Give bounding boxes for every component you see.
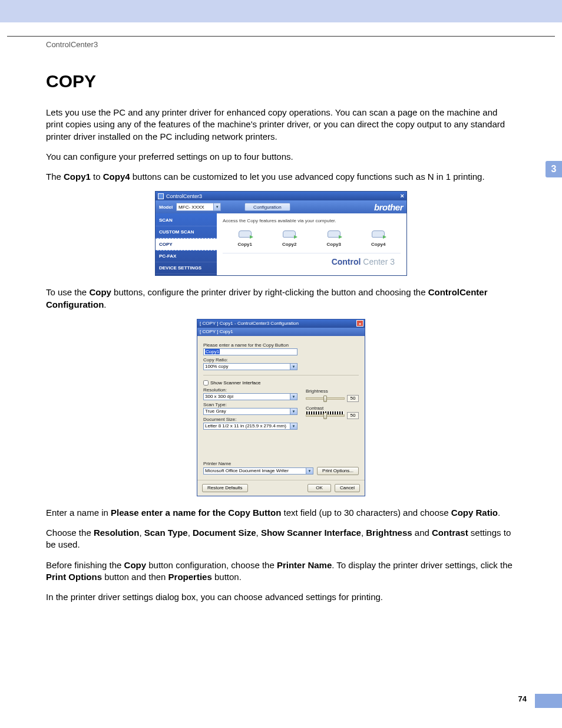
para-4: To use the Copy buttons, configure the p… [46,286,516,311]
chevron-down-icon: ▼ [290,394,297,400]
model-label: Model [159,205,173,210]
configuration-button[interactable]: Configuration [244,203,290,211]
cc-titlebar[interactable]: ControlCenter3 × [156,192,406,200]
page-number-bar [535,694,562,708]
page-number: 74 [518,694,527,703]
restore-defaults-button[interactable]: Restore Defaults [202,484,248,492]
close-icon[interactable]: × [356,320,363,327]
para-2: You can configure your preferred setting… [46,151,516,163]
close-icon[interactable]: × [401,192,404,199]
scanner-icon [237,228,253,240]
scan-type-select[interactable]: True Gray▼ [203,408,297,415]
sidebar-item-copy[interactable]: COPY [156,238,217,251]
brightness-slider[interactable] [306,397,345,400]
app-icon [158,193,164,199]
cc-footer-brand: Control Center 3 [223,253,401,271]
para-5: Enter a name in Please enter a name for … [46,507,516,519]
config-dialog: [ COPY ] Copy1 - ControlCenter3 Configur… [197,319,365,496]
doc-size-select[interactable]: Letter 8 1/2 x 11 in (215.9 x 279.4 mm)▼ [203,423,297,430]
sidebar-item-custom-scan[interactable]: CUSTOM SCAN [156,226,217,238]
sidebar-item-device-settings[interactable]: DEVICE SETTINGS [156,262,217,274]
scanner-icon [282,228,297,240]
cc-toolbar: Model MFC- XXXX ▼ Configuration brother [156,200,406,213]
cc-hint: Access the Copy features available via y… [223,218,401,223]
contrast-label: Contrast [306,406,359,411]
para-6: Choose the Resolution, Scan Type, Docume… [46,527,516,551]
chevron-down-icon: ▼ [213,203,220,210]
ratio-select[interactable]: 100% copy▼ [203,363,297,370]
header-crumb: ControlCenter3 [46,40,562,49]
brightness-value: 50 [347,395,359,402]
show-scanner-checkbox[interactable]: Show Scanner Interface [203,380,297,386]
model-select[interactable]: MFC- XXXX ▼ [176,203,221,211]
res-label: Resolution: [203,387,297,393]
type-label: Scan Type: [203,402,297,407]
chevron-down-icon: ▼ [290,364,297,370]
para-1: Lets you use the PC and any printer driv… [46,107,516,143]
name-input[interactable]: Copy1 [203,348,297,355]
ok-button[interactable]: OK [308,484,331,492]
resolution-select[interactable]: 300 x 300 dpi▼ [203,393,297,400]
copy2-button[interactable]: Copy2 [282,228,297,247]
cc-sidebar: SCAN CUSTOM SCAN COPY PC-FAX DEVICE SETT… [156,213,217,275]
chapter-tab: 3 [546,161,562,177]
para-7: Before finishing the Copy button configu… [46,559,516,584]
cancel-button[interactable]: Cancel [335,484,360,492]
name-label: Please enter a name for the Copy Button [203,342,359,348]
cc-title-text: ControlCenter3 [166,193,202,199]
sidebar-item-scan[interactable]: SCAN [156,215,217,226]
copy4-button[interactable]: Copy4 [371,228,386,247]
copy1-button[interactable]: Copy1 [237,228,253,247]
page-title: COPY [46,71,516,91]
model-value: MFC- XXXX [178,205,204,210]
contrast-slider[interactable] [306,414,345,417]
print-options-button[interactable]: Print Options... [317,467,359,475]
cfg-title-text: [ COPY ] Copy1 - ControlCenter3 Configur… [200,321,299,326]
cfg-tabs[interactable]: [ COPY ] Copy1 [197,328,365,336]
size-label: Document Size: [203,417,297,422]
para-8: In the printer driver settings dialog bo… [46,591,516,603]
brother-logo: brother [374,202,403,212]
printer-select[interactable]: Microsoft Office Document Image Writer▼ [203,467,313,475]
ratio-label: Copy Ratio: [203,357,359,363]
brightness-label: Brightness [306,388,359,394]
controlcenter-window: ControlCenter3 × Model MFC- XXXX ▼ Confi… [155,191,407,276]
sidebar-item-pc-fax[interactable]: PC-FAX [156,251,217,262]
cfg-titlebar[interactable]: [ COPY ] Copy1 - ControlCenter3 Configur… [197,319,365,328]
copy3-button[interactable]: Copy3 [326,228,342,247]
para-3: The Copy1 to Copy4 buttons can be custom… [46,171,516,183]
scanner-icon [326,228,342,240]
printer-name-label: Printer Name [203,461,359,466]
contrast-value: 50 [347,412,359,419]
chevron-down-icon: ▼ [290,409,297,414]
chevron-down-icon: ▼ [306,468,313,474]
scanner-icon [371,228,386,240]
chevron-down-icon: ▼ [290,423,297,429]
